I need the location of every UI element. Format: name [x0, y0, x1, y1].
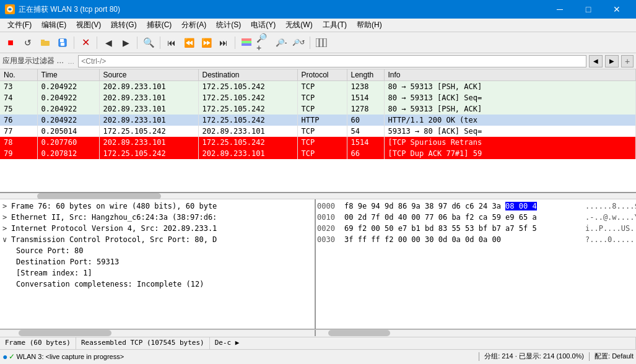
minimize-button[interactable]: ─ [546, 0, 574, 19]
svg-rect-9 [316, 38, 319, 47]
table-row[interactable]: 770.205014172.25.105.242202.89.233.101TC… [0, 126, 636, 137]
menubar: 文件(F)编辑(E)视图(V)跳转(G)捕获(C)分析(A)统计(S)电话(Y)… [0, 19, 636, 32]
detail-sub-item[interactable]: Conversation completeness: Incomplete (1… [1, 279, 313, 290]
detail-item[interactable]: >Internet Protocol Version 4, Src: 202.8… [1, 223, 313, 234]
filter-input[interactable] [78, 55, 586, 67]
col-header-dest[interactable]: Destination [198, 69, 297, 81]
col-header-proto[interactable]: Protocol [297, 69, 347, 81]
table-row[interactable]: 780.207760202.89.233.101172.25.105.242TC… [0, 137, 636, 148]
footer-decode-info[interactable]: De-c ▶ [210, 337, 636, 349]
detail-item[interactable]: >Frame 76: 60 bytes on wire (480 bits), … [1, 201, 313, 212]
window-controls: ─ □ ✕ [546, 0, 631, 19]
colorize-button[interactable] [238, 35, 255, 51]
hex-row: 001000 2d 7f 0d 40 00 77 06 ba f2 ca 59 … [317, 212, 635, 223]
filter-add-button[interactable]: + [621, 55, 634, 67]
open-file-button[interactable] [37, 35, 53, 51]
table-cell-3: 172.25.105.242 [198, 92, 297, 103]
table-row[interactable]: 740.204922202.89.233.101172.25.105.242TC… [0, 92, 636, 103]
detail-item-text: Frame 76: 60 bytes on wire (480 bits), 6… [11, 201, 217, 212]
statusbar: ● ✓ WLAN 3: <live capture in progress> 分… [0, 349, 636, 363]
hex-bytes[interactable]: 00 2d 7f 0d 40 00 77 06 ba f2 ca 59 e9 6… [344, 212, 582, 223]
zoom-reset-button[interactable]: 🔎↺ [290, 35, 307, 51]
table-cell-1: 0.207812 [37, 148, 99, 159]
table-cell-3: 172.25.105.242 [198, 103, 297, 115]
table-cell-4: TCP [297, 148, 347, 159]
maximize-button[interactable]: □ [574, 0, 603, 19]
menu-item-0[interactable]: 文件(F) [2, 19, 37, 32]
col-header-info[interactable]: Info [384, 69, 636, 81]
table-row[interactable]: 730.204922202.89.233.101172.25.105.242TC… [0, 81, 636, 92]
save-button[interactable] [54, 35, 71, 51]
table-cell-2: 202.89.233.101 [99, 103, 198, 115]
stop-capture-button[interactable]: ■ [2, 35, 19, 51]
zoom-out-button[interactable]: 🔎- [273, 35, 289, 51]
table-cell-1: 0.204922 [37, 81, 99, 92]
menu-item-3[interactable]: 跳转(G) [106, 19, 141, 32]
detail-item[interactable]: ∨Transmission Control Protocol, Src Port… [1, 234, 313, 245]
menu-item-6[interactable]: 统计(S) [211, 19, 246, 32]
hex-bytes[interactable]: 69 f2 00 50 e7 b1 bd 83 55 53 bf b7 a7 5… [344, 223, 582, 234]
table-cell-0: 75 [0, 103, 37, 115]
resize-columns-button[interactable] [313, 35, 329, 51]
table-cell-4: TCP [297, 92, 347, 103]
detail-sub-item[interactable]: [Stream index: 1] [1, 267, 313, 279]
window-title: 正在捕获 WLAN 3 (tcp port 80) [19, 4, 120, 15]
table-cell-5: 54 [347, 126, 384, 137]
hex-row: 00303f ff ff f2 00 00 30 0d 0a 0d 0a 00?… [317, 234, 635, 245]
menu-item-7[interactable]: 电话(Y) [246, 19, 281, 32]
forward-button[interactable]: ▶ [118, 35, 134, 51]
detail-sub-item[interactable]: Source Port: 80 [1, 245, 313, 256]
table-row[interactable]: 790.207812172.25.105.242202.89.233.101TC… [0, 148, 636, 159]
table-cell-2: 202.89.233.101 [99, 137, 198, 148]
menu-item-8[interactable]: 无线(W) [281, 19, 317, 32]
packet-count-text: 分组: 214 · 已显示: 214 (100.0%) [484, 352, 584, 361]
go-next-button[interactable]: ⏩ [198, 35, 214, 51]
go-first-button[interactable]: ⏮ [163, 35, 180, 51]
hex-scrollbar[interactable] [316, 330, 636, 336]
capture-status-text: WLAN 3: <live capture in progress> [16, 353, 474, 360]
table-cell-0: 77 [0, 126, 37, 137]
col-header-no[interactable]: No. [0, 69, 37, 81]
menu-item-10[interactable]: 帮助(H) [352, 19, 387, 32]
detail-item[interactable]: >Ethernet II, Src: Hangzhou_c6:24:3a (38… [1, 212, 313, 223]
packet-table-container: No. Time Source Destination Protocol Len… [0, 69, 636, 193]
menu-item-9[interactable]: 工具(T) [318, 19, 352, 32]
table-cell-4: TCP [297, 137, 347, 148]
table-cell-1: 0.207760 [37, 137, 99, 148]
menu-item-2[interactable]: 视图(V) [71, 19, 106, 32]
filter-left-arrow[interactable]: ◀ [589, 55, 603, 67]
detail-scrollbar[interactable] [0, 330, 316, 336]
table-hscrollbar[interactable] [0, 193, 636, 199]
hex-bytes[interactable]: 3f ff ff f2 00 00 30 0d 0a 0d 0a 00 [344, 234, 582, 245]
col-header-time[interactable]: Time [37, 69, 99, 81]
table-cell-0: 74 [0, 92, 37, 103]
restart-capture-button[interactable]: ↺ [20, 35, 36, 51]
table-row[interactable]: 750.204922202.89.233.101172.25.105.242TC… [0, 103, 636, 115]
menu-item-1[interactable]: 编辑(E) [37, 19, 71, 32]
close-button[interactable]: ✕ [603, 0, 631, 19]
menu-item-4[interactable]: 捕获(C) [142, 19, 177, 32]
table-row[interactable]: 760.204922202.89.233.101172.25.105.242HT… [0, 115, 636, 126]
back-button[interactable]: ◀ [100, 35, 116, 51]
filter-right-arrow[interactable]: ▶ [605, 55, 619, 67]
status-separator [479, 352, 479, 361]
status-icon-check: ✓ [9, 352, 15, 361]
find-button[interactable]: 🔍 [141, 35, 157, 51]
menu-item-5[interactable]: 分析(A) [176, 19, 211, 32]
table-cell-4: HTTP [297, 115, 347, 126]
expand-arrow-icon: ∨ [2, 234, 9, 245]
col-header-len[interactable]: Length [347, 69, 384, 81]
close-capture-button[interactable]: ✕ [77, 35, 94, 51]
table-cell-2: 172.25.105.242 [99, 126, 198, 137]
table-cell-1: 0.205014 [37, 126, 99, 137]
app-icon [5, 4, 15, 14]
go-last-button[interactable]: ⏭ [216, 35, 232, 51]
zoom-in-button[interactable]: 🔎+ [256, 35, 272, 51]
hex-offset: 0030 [317, 234, 341, 245]
go-prev-button[interactable]: ⏪ [181, 35, 197, 51]
table-cell-3: 202.89.233.101 [198, 148, 297, 159]
detail-sub-item[interactable]: Destination Port: 59313 [1, 256, 313, 267]
hex-bytes[interactable]: f8 9e 94 9d 86 9a 38 97 d6 c6 24 3a 08 0… [344, 201, 582, 212]
col-header-source[interactable]: Source [99, 69, 198, 81]
hex-ascii: .-..@.w....Y.e. [585, 212, 635, 223]
